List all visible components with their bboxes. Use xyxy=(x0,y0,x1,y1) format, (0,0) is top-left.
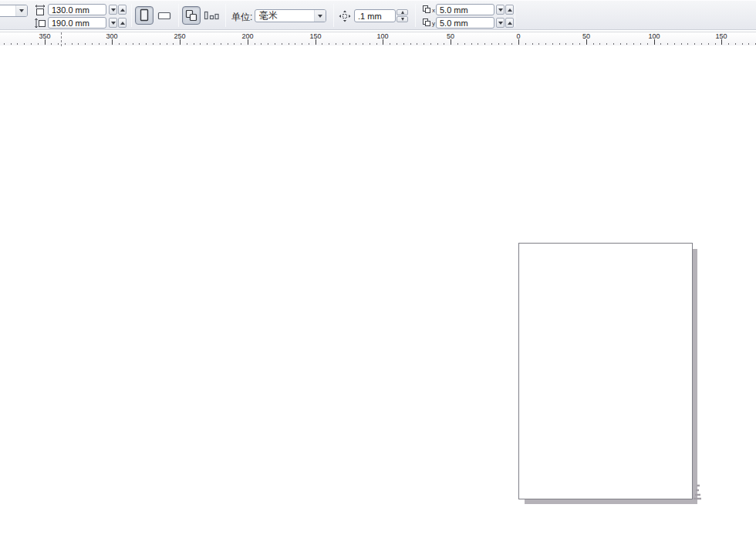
ruler-minor-tick xyxy=(742,43,743,45)
ruler-minor-tick xyxy=(457,43,458,45)
ruler-minor-tick xyxy=(200,43,201,45)
ruler-minor-tick xyxy=(410,43,411,45)
ruler-minor-tick xyxy=(261,43,262,45)
ruler-minor-tick xyxy=(478,43,478,45)
page-corner-artifact xyxy=(692,484,704,509)
page-width-field[interactable]: 130.0 mm xyxy=(48,4,106,15)
ruler-minor-tick xyxy=(620,43,621,45)
ruler-major-tick xyxy=(383,39,383,45)
paper-type-combo[interactable] xyxy=(0,5,28,17)
duplicate-x-spinner xyxy=(496,5,514,15)
ruler-minor-tick xyxy=(38,43,39,45)
nudge-decrement-button[interactable] xyxy=(397,16,408,22)
page-width-decrement-button[interactable] xyxy=(109,5,117,15)
ruler-minor-tick xyxy=(207,43,208,45)
ruler-tick-label: 150 xyxy=(715,32,727,40)
ruler-minor-tick xyxy=(187,43,187,45)
duplicate-y-increment-button[interactable] xyxy=(505,18,514,28)
ruler-major-tick xyxy=(316,39,316,45)
drawing-canvas[interactable] xyxy=(0,46,756,548)
ruler-minor-tick xyxy=(552,43,553,45)
page-width-spinner xyxy=(109,5,127,15)
ruler-minor-tick xyxy=(471,43,472,45)
toolbar-separator xyxy=(225,4,226,27)
page-height-field[interactable]: 190.0 mm xyxy=(48,17,106,29)
ruler-minor-tick xyxy=(221,43,221,45)
nudge-distance-field[interactable]: .1 mm xyxy=(354,9,396,22)
ruler-minor-tick xyxy=(173,43,174,45)
ruler-minor-tick xyxy=(295,43,295,45)
ruler-minor-tick xyxy=(65,43,66,45)
duplicate-x-decrement-button[interactable] xyxy=(496,5,505,15)
toolbar-separator xyxy=(415,4,416,27)
ruler-major-tick xyxy=(721,39,722,45)
ruler-minor-tick xyxy=(681,43,682,45)
ruler-minor-tick xyxy=(545,43,546,45)
ruler-minor-tick xyxy=(133,43,133,45)
ruler-minor-tick xyxy=(403,43,404,45)
ruler-minor-tick xyxy=(214,43,214,45)
paper-type-combo-arrow[interactable] xyxy=(15,5,27,16)
toolbar-separator xyxy=(515,4,515,27)
ruler-minor-tick xyxy=(309,43,309,45)
ruler-minor-tick xyxy=(613,43,614,45)
ruler-minor-tick xyxy=(282,43,282,45)
ruler-minor-tick xyxy=(748,43,749,45)
ruler-minor-tick xyxy=(167,43,167,45)
nudge-distance-icon xyxy=(339,10,351,22)
ruler-minor-tick xyxy=(525,43,526,45)
ruler-minor-tick xyxy=(228,43,228,45)
ruler-minor-tick xyxy=(234,43,235,45)
ruler-minor-tick xyxy=(363,43,363,45)
ruler-minor-tick xyxy=(728,43,729,45)
ruler-minor-tick xyxy=(559,43,560,45)
ruler-major-tick xyxy=(654,39,655,45)
ruler-minor-tick xyxy=(694,43,695,45)
ruler-minor-tick xyxy=(511,43,512,45)
ruler-tick-label: 50 xyxy=(582,32,590,40)
ruler-minor-tick xyxy=(302,43,302,45)
units-combo[interactable]: 毫米 xyxy=(255,9,326,22)
ruler-tick-label: 150 xyxy=(309,32,321,40)
duplicate-y-decrement-button[interactable] xyxy=(496,18,505,28)
overlapping-pages-icon xyxy=(184,8,198,22)
ruler-minor-tick xyxy=(579,43,580,45)
toolbar-separator xyxy=(178,4,179,27)
horizontal-ruler[interactable]: 35030025020015010050050100150 xyxy=(0,32,756,45)
toolbar-separator xyxy=(131,4,132,27)
units-combo-arrow[interactable] xyxy=(314,10,326,22)
ruler-minor-tick xyxy=(708,43,709,45)
ruler-minor-tick xyxy=(343,43,343,45)
ruler-minor-tick xyxy=(336,43,336,45)
ruler-minor-tick xyxy=(538,43,539,45)
duplicate-distance-y-field[interactable]: 5.0 mm xyxy=(436,17,494,29)
duplicate-x-increment-button[interactable] xyxy=(505,5,514,15)
ruler-minor-tick xyxy=(4,43,5,45)
ruler-tick-label: 100 xyxy=(648,32,660,40)
document-page[interactable] xyxy=(518,243,693,499)
landscape-orientation-button[interactable] xyxy=(155,6,174,25)
ruler-minor-tick xyxy=(498,43,499,45)
nudge-increment-button[interactable] xyxy=(397,9,408,15)
ruler-minor-tick xyxy=(660,43,661,45)
ruler-minor-tick xyxy=(599,43,600,45)
ruler-minor-tick xyxy=(11,43,12,45)
apply-size-current-page-button[interactable] xyxy=(202,6,221,25)
nudge-spinner xyxy=(397,9,408,22)
units-combo-value: 毫米 xyxy=(255,9,314,22)
ruler-minor-tick xyxy=(674,43,675,45)
ruler-minor-tick xyxy=(255,43,255,45)
ruler-minor-tick xyxy=(390,43,390,45)
ruler-major-tick xyxy=(45,39,46,45)
portrait-orientation-button[interactable] xyxy=(135,6,154,25)
page-height-increment-button[interactable] xyxy=(118,18,127,28)
page-width-increment-button[interactable] xyxy=(118,5,127,15)
chevron-down-icon xyxy=(318,15,322,18)
ruler-minor-tick xyxy=(464,43,465,45)
apply-size-all-pages-button[interactable] xyxy=(182,6,201,25)
page-height-decrement-button[interactable] xyxy=(109,18,117,28)
ruler-minor-tick xyxy=(417,43,417,45)
ruler-minor-tick xyxy=(667,43,668,45)
duplicate-distance-x-field[interactable]: 5.0 mm xyxy=(436,4,494,15)
ruler-minor-tick xyxy=(565,43,566,45)
